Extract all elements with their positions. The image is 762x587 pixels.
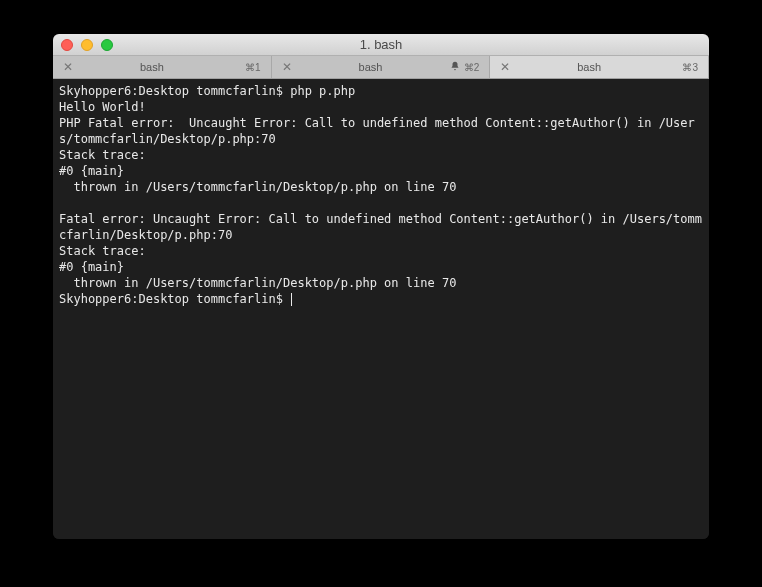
terminal-line: #0 {main} [59, 163, 703, 179]
tab-label: bash [296, 61, 446, 73]
terminal-line: Stack trace: [59, 243, 703, 259]
traffic-lights [53, 39, 113, 51]
terminal-window: 1. bash ✕bash⌘1✕bash⌘2✕bash⌘3 Skyhopper6… [53, 34, 709, 539]
tab-shortcut: ⌘3 [664, 62, 698, 73]
tab-label: bash [514, 61, 664, 73]
terminal-line: Stack trace: [59, 147, 703, 163]
tab-close-icon[interactable]: ✕ [282, 60, 296, 74]
tab-2[interactable]: ✕bash⌘2 [272, 56, 491, 78]
window-title: 1. bash [53, 37, 709, 52]
terminal-line: thrown in /Users/tommcfarlin/Desktop/p.p… [59, 275, 703, 291]
minimize-icon[interactable] [81, 39, 93, 51]
maximize-icon[interactable] [101, 39, 113, 51]
terminal-line: PHP Fatal error: Uncaught Error: Call to… [59, 115, 703, 147]
terminal-line: Hello World! [59, 99, 703, 115]
tab-close-icon[interactable]: ✕ [63, 60, 77, 74]
close-icon[interactable] [61, 39, 73, 51]
terminal-prompt-line[interactable]: Skyhopper6:Desktop tommcfarlin$ [59, 291, 703, 307]
cursor-icon [291, 293, 292, 306]
terminal-line: Fatal error: Uncaught Error: Call to und… [59, 211, 703, 243]
tab-bar: ✕bash⌘1✕bash⌘2✕bash⌘3 [53, 56, 709, 79]
tab-shortcut: ⌘1 [227, 62, 261, 73]
terminal-output[interactable]: Skyhopper6:Desktop tommcfarlin$ php p.ph… [53, 79, 709, 539]
bell-icon [450, 61, 460, 73]
terminal-line: Skyhopper6:Desktop tommcfarlin$ php p.ph… [59, 83, 703, 99]
tab-close-icon[interactable]: ✕ [500, 60, 514, 74]
terminal-line [59, 195, 703, 211]
tab-shortcut: ⌘2 [445, 61, 479, 73]
terminal-line: #0 {main} [59, 259, 703, 275]
tab-1[interactable]: ✕bash⌘1 [53, 56, 272, 78]
tab-label: bash [77, 61, 227, 73]
terminal-prompt: Skyhopper6:Desktop tommcfarlin$ [59, 292, 290, 306]
titlebar[interactable]: 1. bash [53, 34, 709, 56]
tab-3[interactable]: ✕bash⌘3 [490, 56, 709, 78]
terminal-line: thrown in /Users/tommcfarlin/Desktop/p.p… [59, 179, 703, 195]
